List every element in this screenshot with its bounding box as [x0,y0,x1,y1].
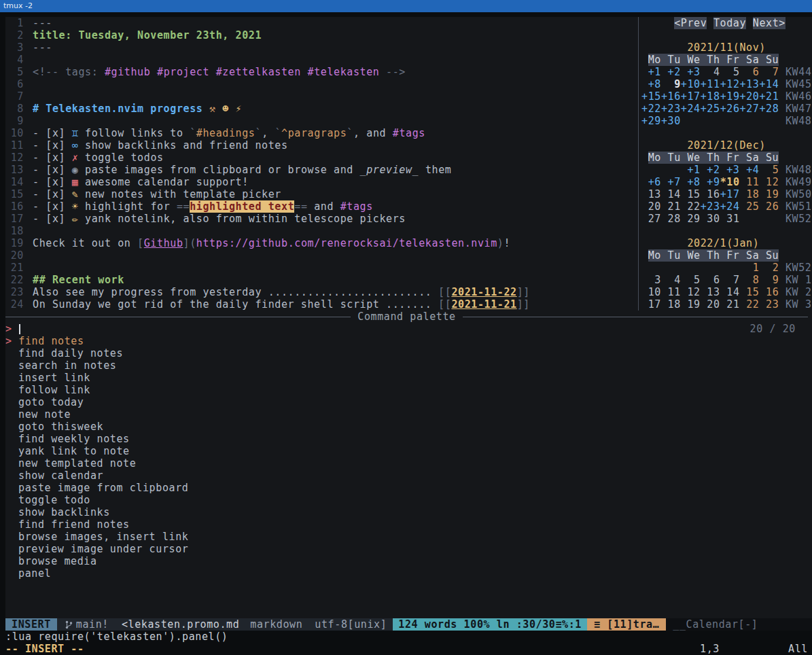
calendar-day[interactable]: 4 [701,66,720,78]
calendar-day[interactable]: +22 [641,103,661,115]
palette-item[interactable]: yank link to note [5,445,812,457]
editor-line[interactable]: 19Check it out on [Github](https://githu… [5,237,638,249]
calendar-next-button[interactable]: Next> [753,17,785,29]
calendar-day[interactable]: 5 [759,164,779,176]
palette-item[interactable]: find daily notes [5,347,812,359]
calendar-day[interactable]: 10 [641,286,661,298]
calendar-day[interactable]: +2 [668,66,681,78]
calendar-row[interactable]: +29+30 KW48 [641,115,812,127]
calendar-day[interactable]: 5 [720,66,740,78]
calendar-day[interactable]: 17 [641,298,661,311]
palette-item[interactable]: follow link [5,384,812,396]
calendar-day[interactable]: +19 [720,90,740,103]
calendar-day[interactable]: +30 [661,115,681,127]
calendar-day[interactable]: 3 [641,274,661,286]
calendar-row[interactable]: +8 9+10+11+12+13+14 KW45 [641,78,812,90]
editor-line[interactable]: 13- [x] ◉ paste images from clipboard or… [5,164,638,176]
calendar-day[interactable]: +13 [740,78,760,90]
editor-line[interactable]: 6 [5,78,638,90]
calendar-row[interactable] [641,225,812,237]
calendar-row[interactable]: Mo Tu We Th Fr Sa Su [641,54,812,66]
calendar-day[interactable]: 13 [701,286,720,298]
calendar-day[interactable]: 1 [753,262,760,274]
calendar-day[interactable]: 26 [759,200,779,213]
calendar-day[interactable]: 11 [661,286,681,298]
editor-line[interactable]: 17- [x] ✏ yank notelink, also from withi… [5,213,638,225]
calendar-row[interactable]: <Prev Today Next> [641,17,812,29]
calendar-row[interactable]: 2021/12(Dec) [641,139,812,152]
calendar-row[interactable] [641,127,812,139]
palette-item[interactable]: browse media [5,555,812,567]
editor-line[interactable]: 11- [x] ∞ show backlinks and friend note… [5,139,638,152]
calendar-day[interactable]: 21 [720,298,740,311]
calendar-day[interactable]: +10 [681,78,701,90]
calendar-day[interactable]: +20 [740,90,760,103]
calendar-row[interactable]: 20 21 22+23+24 25 26 KW51 [641,200,812,213]
palette-prompt[interactable]: > 20 / 20 [5,323,812,335]
calendar-day[interactable]: +1 [648,66,661,78]
calendar-day[interactable]: +11 [701,78,720,90]
calendar-row[interactable]: Mo Tu We Th Fr Sa Su [641,152,812,164]
calendar-day[interactable]: +21 [759,90,779,103]
calendar-day[interactable]: +24 [720,200,740,213]
calendar-day[interactable]: 6 [740,66,760,78]
calendar-day[interactable]: 9 [661,78,681,90]
calendar-day[interactable]: 20 [641,200,661,213]
palette-item[interactable]: show calendar [5,470,812,482]
note-link[interactable]: 2021-11-22 [451,286,516,298]
calendar-day[interactable]: +15 [641,90,661,103]
calendar-day[interactable]: +3 [687,66,700,78]
calendar-day[interactable]: +26 [720,103,740,115]
calendar-pane[interactable]: <Prev Today Next> 2021/11(Nov) Mo Tu We … [638,17,812,311]
palette-item[interactable]: goto today [5,396,812,408]
editor-line[interactable]: 10- [x] ♊ follow links to `#headings`, `… [5,127,638,139]
calendar-day[interactable]: 21 [661,200,681,213]
buffer-tab-segment[interactable]: ≡ [11]tra… [587,618,666,631]
calendar-day[interactable]: 29 [681,213,701,225]
palette-item[interactable]: find friend notes [5,518,812,531]
calendar-day[interactable]: 28 [661,213,681,225]
note-link[interactable]: 2021-11-21 [451,298,516,311]
calendar-row[interactable] [641,29,812,41]
calendar-day[interactable]: +9 [707,176,720,188]
calendar-day[interactable]: +2 [707,164,720,176]
calendar-day[interactable]: +1 [687,164,700,176]
calendar-day[interactable]: 18 [661,298,681,311]
calendar-row[interactable]: +1 +2 +3 +4 5 KW48 [641,164,812,176]
calendar-day[interactable]: +8 [648,78,661,90]
calendar-day[interactable]: 14 [720,286,740,298]
calendar-row[interactable]: 10 11 12 13 14 15 16 KW 2 [641,286,812,298]
editor-line[interactable]: 20 [5,249,638,262]
editor-line[interactable]: 15- [x] ✎ new notes with template picker [5,188,638,200]
calendar-day[interactable]: 19 [759,188,779,200]
calendar-day[interactable]: 30 [701,213,720,225]
calendar-day[interactable]: +6 [648,176,661,188]
calendar-day[interactable]: 11 [740,176,760,188]
calendar-day[interactable]: 12 [759,176,779,188]
palette-item[interactable]: goto thisweek [5,421,812,433]
editor-line[interactable]: 18 [5,225,638,237]
editor-line[interactable]: 16- [x] ☀ highlight for ==highlighted te… [5,200,638,213]
calendar-day[interactable]: +12 [720,78,740,90]
calendar-day[interactable]: 13 [641,188,661,200]
editor-line[interactable]: 24On Sunday we got rid of the daily find… [5,298,638,311]
palette-item[interactable]: find weekly notes [5,433,812,445]
editor-line[interactable]: 1--- [5,17,638,29]
calendar-row[interactable]: 1 2 KW52 [641,262,812,274]
calendar-day[interactable]: +23 [661,103,681,115]
editor-line[interactable]: 2title: Tuesday, November 23th, 2021 [5,29,638,41]
palette-item[interactable]: search in notes [5,359,812,372]
palette-item[interactable]: browse images, insert link [5,531,812,543]
calendar-day[interactable]: +23 [701,200,720,213]
calendar-day[interactable]: +27 [740,103,760,115]
command-line[interactable]: :lua require('telekasten').panel() [5,631,812,643]
editor-line[interactable]: 14- [x] ▦ awesome calendar support! [5,176,638,188]
calendar-day[interactable]: 2 [773,262,779,274]
calendar-prev-button[interactable]: <Prev [674,17,707,29]
calendar-row[interactable]: 3 4 5 6 7 8 9 KW 1 [641,274,812,286]
editor-line[interactable]: 21 [5,262,638,274]
palette-item[interactable]: toggle todo [5,494,812,506]
calendar-row[interactable]: 17 18 19 20 21 22 23 KW 3 [641,298,812,311]
editor-line[interactable]: 8# Telekasten.nvim progress ⚒ ☻ ⚡ [5,103,638,115]
calendar-day[interactable]: 15 [681,188,701,200]
